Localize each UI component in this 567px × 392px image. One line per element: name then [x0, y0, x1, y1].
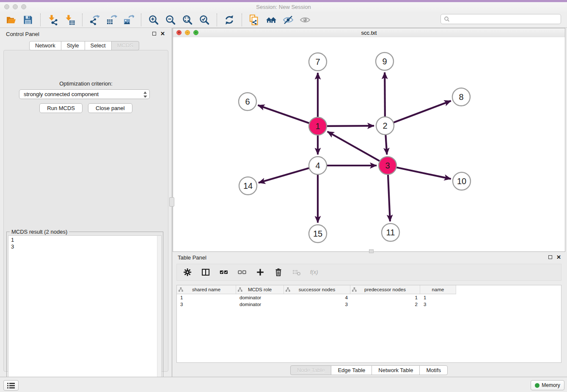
export-image-button[interactable] — [121, 13, 136, 27]
export-table-button[interactable] — [104, 13, 119, 27]
export-image-icon — [123, 14, 134, 25]
zoom-fit-button[interactable] — [180, 13, 195, 27]
network-graph[interactable]: 7968124314101511 — [173, 37, 565, 251]
deselect-all-columns-button[interactable] — [237, 267, 248, 278]
tab-style[interactable]: Style — [61, 41, 85, 50]
close-panel-button[interactable]: Close panel — [88, 103, 132, 113]
zoom-out-icon — [165, 14, 176, 25]
table-panel-header: Table Panel ✕ — [173, 252, 565, 263]
zoom-in-button[interactable] — [146, 13, 161, 27]
table-panel-close-icon[interactable]: ✕ — [556, 255, 561, 259]
toolbar-separator — [141, 14, 141, 26]
graph-edge-1-6[interactable] — [258, 105, 318, 126]
table-cell: 4 — [284, 294, 350, 301]
list-icon — [7, 383, 15, 389]
select-all-columns-button[interactable] — [218, 267, 229, 278]
hide-selected-button[interactable] — [281, 13, 296, 27]
show-columns-button[interactable] — [200, 267, 211, 278]
delete-column-button[interactable] — [273, 267, 284, 278]
table-row[interactable]: 3dominator323 — [177, 301, 561, 308]
table-toolbar: f(x) — [176, 264, 561, 281]
tree-icon — [352, 287, 357, 292]
tab-node-table[interactable]: Node Table — [290, 365, 332, 375]
table-body: 1dominator4113dominator323 — [177, 294, 561, 308]
criterion-select[interactable]: strongly connected component — [19, 89, 150, 99]
graph-node-11[interactable]: 11 — [382, 224, 399, 241]
table-panel-float-icon[interactable] — [548, 255, 552, 259]
column-header-predecessor-nodes[interactable]: predecessor nodes — [350, 285, 420, 294]
zoom-selected-button[interactable] — [197, 13, 212, 27]
zoom-out-button[interactable] — [163, 13, 178, 27]
clone-network-icon — [249, 14, 260, 25]
zoom-selected-icon — [199, 14, 210, 25]
column-header-successor-nodes[interactable]: successor nodes — [284, 285, 350, 294]
graph-node-10[interactable]: 10 — [453, 172, 471, 190]
toolbar-separator — [82, 14, 83, 26]
delete-table-icon — [292, 268, 301, 276]
graph-node-3[interactable]: 3 — [379, 157, 396, 174]
open-session-button[interactable] — [3, 13, 19, 27]
save-session-button[interactable] — [20, 13, 36, 27]
graph-node-2[interactable]: 2 — [376, 117, 394, 135]
table-row[interactable]: 1dominator411 — [177, 294, 561, 301]
panel-divider-handle[interactable] — [169, 197, 174, 207]
graph-node-15[interactable]: 15 — [309, 225, 327, 243]
horizontal-splitter-handle[interactable] — [369, 249, 374, 253]
graph-node-1[interactable]: 1 — [309, 117, 327, 135]
tab-mcds[interactable]: MCDS — [111, 41, 139, 50]
home-button[interactable] — [264, 13, 279, 27]
graph-node-14[interactable]: 14 — [239, 177, 257, 195]
mcds-result-list: 1 3 — [8, 236, 161, 251]
control-panel-float-icon[interactable] — [152, 32, 156, 36]
mcds-result-area[interactable]: 1 3 — [8, 235, 162, 392]
column-header-mcds-role[interactable]: MCDS role — [236, 285, 284, 294]
graph-node-7[interactable]: 7 — [309, 53, 327, 71]
delete-table-button[interactable] — [291, 267, 302, 278]
tab-motifs[interactable]: Motifs — [419, 365, 448, 375]
graph-edge-3-10[interactable] — [388, 166, 451, 179]
run-mcds-button[interactable]: Run MCDS — [39, 103, 83, 113]
gear-icon — [183, 268, 192, 276]
network-canvas[interactable]: 7968124314101511 — [173, 37, 565, 251]
table-cell: 3 — [177, 301, 236, 308]
tab-network[interactable]: Network — [29, 41, 61, 50]
network-title: scc.txt — [173, 30, 565, 36]
eye-icon — [300, 14, 311, 25]
tree-icon — [286, 287, 290, 292]
graph-node-4[interactable]: 4 — [309, 157, 327, 174]
search-box[interactable] — [440, 14, 561, 24]
apply-layout-button[interactable] — [222, 13, 237, 27]
control-panel-close-icon[interactable]: ✕ — [160, 31, 165, 36]
task-history-button[interactable] — [3, 380, 19, 391]
import-table-button[interactable] — [62, 13, 77, 27]
graph-edge-2-8[interactable] — [385, 101, 451, 126]
graph-node-9[interactable]: 9 — [376, 52, 394, 70]
zoom-in-icon — [148, 14, 159, 25]
tab-edge-table[interactable]: Edge Table — [331, 365, 372, 375]
graph-node-8[interactable]: 8 — [452, 88, 470, 106]
memory-button[interactable]: Memory — [531, 380, 564, 390]
search-input[interactable] — [452, 16, 561, 23]
tab-select[interactable]: Select — [85, 41, 112, 50]
export-network-button[interactable] — [87, 13, 102, 27]
table-tabs: Node TableEdge TableNetwork TableMotifs — [173, 365, 565, 375]
graph-node-6[interactable]: 6 — [239, 93, 256, 110]
graph-edge-3-1[interactable] — [328, 132, 388, 166]
graph-node-label: 6 — [245, 97, 250, 106]
graph-node-label: 1 — [315, 121, 320, 131]
function-builder-button[interactable]: f(x) — [309, 267, 320, 278]
table-cell: dominator — [236, 301, 284, 308]
open-folder-icon — [6, 14, 17, 25]
create-column-button[interactable] — [255, 267, 266, 278]
clone-network-button[interactable] — [247, 13, 262, 27]
result-scrollbar[interactable] — [157, 236, 161, 391]
tab-network-table[interactable]: Network Table — [372, 365, 420, 375]
column-header-name[interactable]: name — [420, 285, 456, 294]
table-options-button[interactable] — [182, 267, 193, 278]
show-graphics-details-button[interactable] — [297, 13, 313, 27]
table-cell: 3 — [420, 301, 456, 308]
home-icon — [266, 14, 277, 25]
column-header-shared-name[interactable]: shared name — [177, 285, 236, 294]
node-table: shared nameMCDS rolesuccessor nodesprede… — [176, 285, 561, 363]
import-network-button[interactable] — [45, 13, 61, 27]
